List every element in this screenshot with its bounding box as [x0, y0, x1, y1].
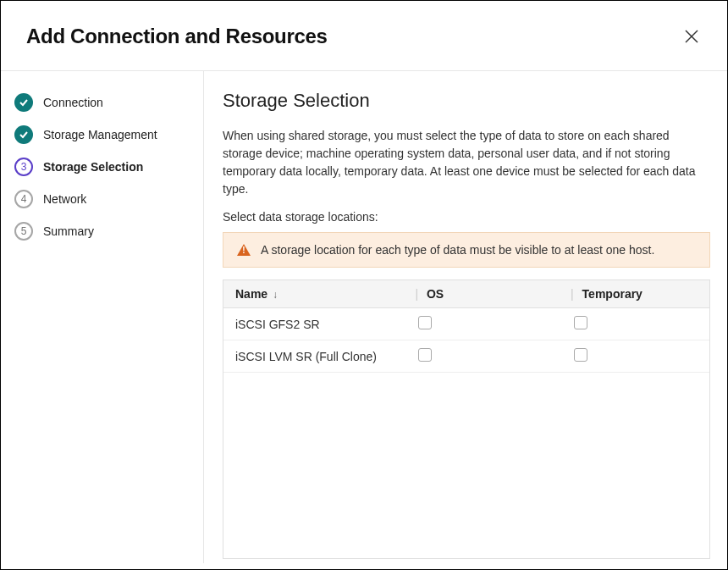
sort-arrow-down-icon: ↓ — [273, 289, 278, 301]
step-storage-management[interactable]: Storage Management — [14, 119, 190, 151]
step-storage-selection[interactable]: 3 Storage Selection — [14, 151, 190, 183]
column-header-os[interactable]: | OS — [403, 280, 559, 308]
column-label: OS — [427, 287, 444, 301]
check-icon — [14, 93, 33, 112]
page-description: When using shared storage, you must sele… — [223, 127, 710, 198]
table-row: iSCSI LVM SR (Full Clone) — [223, 340, 709, 373]
alert-text: A storage location for each type of data… — [261, 243, 654, 257]
column-label: Name — [235, 287, 267, 301]
step-network[interactable]: 4 Network — [14, 183, 190, 215]
table-row: iSCSI GFS2 SR — [223, 308, 709, 340]
os-checkbox[interactable] — [418, 316, 432, 329]
column-header-temporary[interactable]: | Temporary — [559, 280, 709, 308]
storage-table: Name ↓ | OS | Temporary — [223, 279, 710, 559]
wizard-steps-sidebar: Connection Storage Management 3 Storage … — [1, 71, 204, 563]
warning-icon — [237, 244, 251, 256]
step-connection[interactable]: Connection — [14, 86, 190, 119]
step-label: Storage Management — [43, 128, 157, 141]
storage-name-cell: iSCSI GFS2 SR — [223, 308, 403, 340]
column-header-name[interactable]: Name ↓ — [223, 280, 403, 308]
step-number-icon: 5 — [14, 222, 33, 241]
check-icon — [14, 125, 33, 144]
step-number-icon: 4 — [14, 190, 33, 208]
step-number-icon: 3 — [14, 158, 33, 176]
step-label: Summary — [43, 224, 94, 238]
close-button[interactable] — [681, 26, 702, 47]
column-separator: | — [415, 287, 418, 301]
column-separator: | — [571, 287, 574, 301]
warning-alert: A storage location for each type of data… — [223, 232, 710, 268]
temporary-checkbox[interactable] — [574, 316, 587, 329]
step-label: Connection — [43, 96, 103, 109]
close-icon — [684, 29, 699, 44]
os-checkbox[interactable] — [418, 348, 432, 362]
storage-name-cell: iSCSI LVM SR (Full Clone) — [223, 340, 403, 373]
step-summary[interactable]: 5 Summary — [14, 215, 190, 247]
step-label: Network — [43, 192, 86, 206]
temporary-checkbox[interactable] — [574, 348, 587, 362]
step-label: Storage Selection — [43, 160, 143, 174]
column-label: Temporary — [582, 287, 643, 301]
subheading: Select data storage locations: — [223, 210, 710, 224]
page-title: Storage Selection — [223, 90, 710, 112]
dialog-title: Add Connection and Resources — [26, 25, 328, 48]
